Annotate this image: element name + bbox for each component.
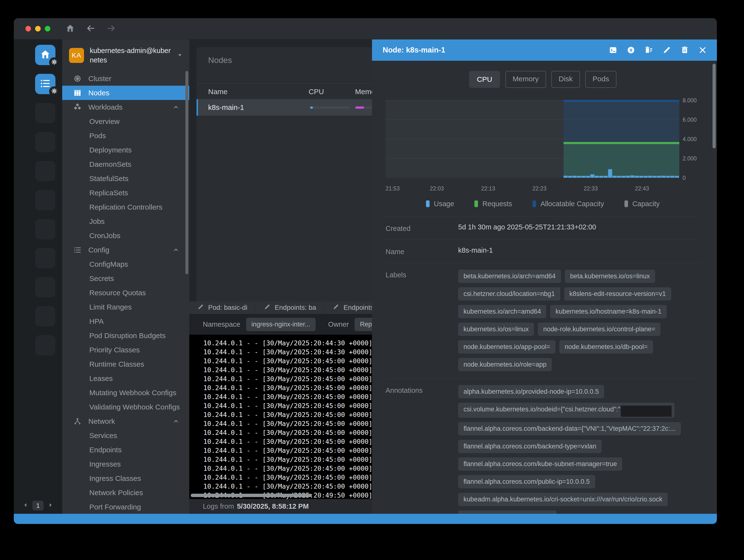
kv-badge: beta.kubernetes.io/arch=amd64 <box>458 270 561 283</box>
tab-memory[interactable]: Memory <box>505 71 546 88</box>
sidebar-item-label: Priority Classes <box>89 346 140 354</box>
gear-icon[interactable] <box>49 58 59 68</box>
sidebar-item-services[interactable]: Services <box>62 428 189 443</box>
dock-tab-pod-basic-di[interactable]: Pod: basic-di <box>189 301 256 314</box>
column-name[interactable]: Name <box>208 87 227 96</box>
back-icon[interactable] <box>86 24 96 34</box>
sidebar-item-workloads[interactable]: Workloads <box>62 100 189 114</box>
sidebar-item-label: Secrets <box>89 274 114 283</box>
hotbar-catalog-tile[interactable] <box>35 74 55 94</box>
cluster-selector[interactable]: KA kubernetes-admin@kubernetes <box>62 39 189 71</box>
memory-usage-bar <box>355 107 372 109</box>
sidebar-item-runtime-classes[interactable]: Runtime Classes <box>62 357 189 371</box>
page-prev-icon[interactable] <box>23 502 29 509</box>
home-icon[interactable] <box>65 24 75 34</box>
column-cpu[interactable]: CPU <box>308 87 324 96</box>
close-window-button[interactable] <box>26 26 31 32</box>
tab-disk[interactable]: Disk <box>551 71 580 88</box>
sidebar-item-port-forwarding[interactable]: Port Forwarding <box>62 500 189 514</box>
sidebar-item-label: Port Forwarding <box>89 503 141 511</box>
page-title: Nodes <box>196 47 372 65</box>
column-memory[interactable]: Memory <box>355 87 372 96</box>
metrics-chart: 8.0006.0004.0002.000021:5322:0322:1322:2… <box>385 97 700 199</box>
sidebar-item-ingress-classes[interactable]: Ingress Classes <box>62 471 189 485</box>
drawer-scrollbar[interactable] <box>712 64 716 148</box>
zoom-window-button[interactable] <box>45 26 50 32</box>
owner-badge[interactable]: ReplicaSe <box>355 318 372 331</box>
sidebar-item-label: CronJobs <box>89 232 120 240</box>
node-name: k8s-main-1 <box>208 103 244 112</box>
sidebar-item-ingresses[interactable]: Ingresses <box>62 457 189 471</box>
sidebar-item-validating-webhook-configs[interactable]: Validating Webhook Configs <box>62 400 189 414</box>
legend-swatch <box>426 200 430 207</box>
sidebar-item-network-policies[interactable]: Network Policies <box>62 485 189 500</box>
svg-text:6.000: 6.000 <box>682 117 697 123</box>
hotbar-home-tile[interactable] <box>35 45 55 65</box>
sidebar-item-label: Mutating Webhook Configs <box>89 389 177 397</box>
sidebar-item-label: Network Policies <box>89 489 143 497</box>
chevron-up-icon[interactable] <box>173 247 179 253</box>
sidebar-item-configmaps[interactable]: ConfigMaps <box>62 257 189 271</box>
sidebar-item-deployments[interactable]: Deployments <box>62 143 189 157</box>
log-line: 10.244.0.1 - - [30/May/2025:20:45:00 +00… <box>203 419 372 428</box>
legend-label: Requests <box>482 200 512 208</box>
log-line: 10.244.0.1 - - [30/May/2025:20:45:00 +00… <box>203 464 372 473</box>
sidebar-item-replication-controllers[interactable]: Replication Controllers <box>62 200 189 214</box>
dock-tab-endpoints-ba[interactable]: Endpoints: ba <box>256 301 325 314</box>
sidebar-item-replicasets[interactable]: ReplicaSets <box>62 186 189 200</box>
sidebar-item-cluster[interactable]: Cluster <box>62 71 189 86</box>
terminal-icon[interactable] <box>609 46 617 54</box>
tab-pods[interactable]: Pods <box>585 71 616 88</box>
log-line: 10.244.0.1 - - [30/May/2025:20:45:00 +00… <box>203 473 372 482</box>
sidebar-item-mutating-webhook-configs[interactable]: Mutating Webhook Configs <box>62 385 189 400</box>
legend-swatch <box>474 200 478 207</box>
sidebar-item-endpoints[interactable]: Endpoints <box>62 443 189 457</box>
sidebar-item-config[interactable]: Config <box>62 243 189 257</box>
page-next-icon[interactable] <box>47 502 53 509</box>
sidebar-item-pod-disruption-budgets[interactable]: Pod Disruption Budgets <box>62 328 189 343</box>
chevron-down-icon[interactable] <box>177 52 183 59</box>
sidebar-item-cronjobs[interactable]: CronJobs <box>62 228 189 243</box>
svg-text:22:33: 22:33 <box>584 185 598 192</box>
sidebar-item-secrets[interactable]: Secrets <box>62 271 189 286</box>
sidebar-item-jobs[interactable]: Jobs <box>62 214 189 228</box>
sidebar-item-limit-ranges[interactable]: Limit Ranges <box>62 300 189 314</box>
gear-icon[interactable] <box>49 86 59 97</box>
pencil-icon <box>333 304 339 312</box>
sidebar-item-label: Nodes <box>88 89 109 97</box>
hotbar-empty-slot <box>35 277 55 297</box>
delete-icon[interactable] <box>680 46 689 54</box>
sidebar-item-statefulsets[interactable]: StatefulSets <box>62 171 189 186</box>
cluster-avatar: KA <box>69 48 84 63</box>
sidebar-item-priority-classes[interactable]: Priority Classes <box>62 343 189 357</box>
namespace-badge[interactable]: ingress-nginx-inter... <box>246 318 315 331</box>
horizontal-scrollbar[interactable] <box>191 494 312 497</box>
dock-tab-endpoints-[interactable]: Endpoints: <box>325 301 372 314</box>
sidebar-item-daemonsets[interactable]: DaemonSets <box>62 157 189 171</box>
cluster-sidebar: KA kubernetes-admin@kubernetes ClusterNo… <box>62 39 189 514</box>
tab-cpu[interactable]: CPU <box>469 71 500 88</box>
sidebar-item-label: Jobs <box>89 217 105 226</box>
chevron-up-icon[interactable] <box>173 418 179 424</box>
chevron-up-icon[interactable] <box>173 104 179 110</box>
minimize-window-button[interactable] <box>35 26 41 32</box>
sidebar-item-leases[interactable]: Leases <box>62 371 189 385</box>
drain-icon[interactable] <box>645 46 653 54</box>
forward-icon[interactable] <box>107 24 116 34</box>
sidebar-item-resource-quotas[interactable]: Resource Quotas <box>62 286 189 300</box>
sidebar-item-pods[interactable]: Pods <box>62 128 189 143</box>
sidebar-item-overview[interactable]: Overview <box>62 114 189 128</box>
pause-icon[interactable] <box>627 46 635 54</box>
kv-badge: node.kubernetes.io/db-pool= <box>559 340 653 353</box>
sidebar-scrollbar[interactable] <box>185 71 188 274</box>
hotbar-empty-slot <box>35 190 55 210</box>
sidebar-item-label: Validating Webhook Configs <box>89 403 180 411</box>
sidebar-item-network[interactable]: Network <box>62 414 189 428</box>
sidebar-item-hpa[interactable]: HPA <box>62 314 189 328</box>
sidebar-item-nodes[interactable]: Nodes <box>62 86 189 100</box>
edit-icon[interactable] <box>663 46 671 54</box>
table-row[interactable]: k8s-main-1 <box>196 99 372 116</box>
close-icon[interactable] <box>699 46 707 54</box>
sidebar-item-label: Replication Controllers <box>89 203 162 211</box>
main-column: Nodes Name CPU Memory k8s-main-1 Pod: ba… <box>189 39 372 514</box>
